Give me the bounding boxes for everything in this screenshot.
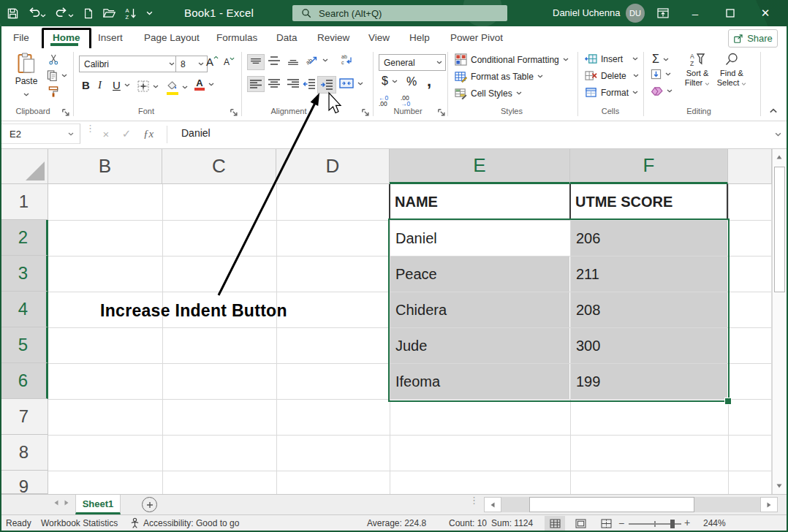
row-header-3[interactable]: 3	[0, 256, 48, 292]
search-input[interactable]: Search (Alt+Q)	[292, 5, 507, 21]
decrease-indent-button[interactable]	[303, 78, 316, 93]
share-button[interactable]: Share	[728, 29, 778, 48]
tab-data[interactable]: Data	[273, 26, 300, 48]
increase-indent-button[interactable]	[317, 76, 336, 94]
align-left-button[interactable]	[247, 76, 265, 92]
bottom-align-button[interactable]	[287, 56, 300, 69]
insert-function-button[interactable]: ƒx	[139, 123, 158, 144]
column-header-partial[interactable]	[728, 149, 772, 184]
wrap-text-button[interactable]	[341, 53, 354, 68]
middle-align-button[interactable]	[268, 56, 281, 69]
row-header-2[interactable]: 2	[0, 220, 48, 256]
tab-scroll-divider[interactable]: ⋮	[469, 498, 479, 503]
tab-file[interactable]: File	[10, 26, 32, 48]
cancel-button[interactable]: ×	[96, 123, 115, 144]
clear-button[interactable]	[651, 86, 673, 96]
delete-cells-button[interactable]: Delete	[585, 70, 639, 81]
avatar[interactable]: DU	[626, 4, 645, 23]
italic-button[interactable]: I	[98, 79, 102, 91]
align-right-button[interactable]	[287, 78, 300, 91]
fill-handle[interactable]	[724, 398, 732, 405]
sort-filter-button[interactable]: Sort &Filter	[681, 53, 713, 88]
fill-color-button[interactable]	[167, 79, 188, 95]
user-name[interactable]: Daniel Uchenna	[553, 7, 621, 18]
column-header-b[interactable]: B	[48, 149, 162, 184]
zoom-in-button[interactable]: +	[684, 517, 690, 528]
scroll-down-icon[interactable]	[776, 484, 782, 488]
undo-button[interactable]	[28, 7, 46, 20]
orientation-button[interactable]	[306, 54, 328, 66]
formula-input[interactable]: Daniel	[181, 127, 211, 139]
collapse-ribbon-chevron-icon[interactable]	[769, 108, 778, 113]
font-dialog-launcher[interactable]	[230, 108, 238, 117]
increase-font-size-button[interactable]: A	[206, 56, 219, 68]
row-header-1[interactable]: 1	[0, 184, 48, 220]
comma-style-button[interactable]: ,	[427, 72, 431, 91]
select-all-button[interactable]	[0, 149, 48, 184]
format-cells-button[interactable]: Format	[585, 87, 638, 98]
bold-button[interactable]: B	[82, 79, 90, 91]
fill-button[interactable]	[651, 69, 671, 80]
minimize-button[interactable]: –	[683, 0, 708, 26]
name-box[interactable]: E2	[0, 123, 80, 144]
row-header-7[interactable]: 7	[0, 399, 48, 435]
tab-page-layout[interactable]: Page Layout	[141, 26, 202, 48]
cell-e1[interactable]: NAME	[390, 184, 570, 220]
horizontal-scrollbar-thumb[interactable]	[529, 497, 694, 512]
find-select-button[interactable]: Find &Select	[715, 53, 749, 88]
scroll-right-button[interactable]	[760, 497, 778, 512]
format-as-table-button[interactable]: Format as Table	[455, 70, 543, 83]
row-header-8[interactable]: 8	[0, 435, 48, 471]
column-header-f[interactable]: F	[570, 149, 728, 184]
new-file-icon[interactable]	[83, 8, 94, 19]
open-folder-icon[interactable]	[103, 8, 115, 18]
paste-button[interactable]: Paste	[9, 53, 44, 99]
page-layout-view-button[interactable]	[570, 516, 591, 531]
number-format-select[interactable]: General	[379, 54, 446, 71]
redo-button[interactable]	[56, 7, 74, 20]
underline-button[interactable]: U	[113, 79, 130, 91]
insert-cells-button[interactable]: Insert	[585, 53, 638, 64]
column-header-d[interactable]: D	[276, 149, 390, 184]
decrease-font-size-button[interactable]: A	[224, 57, 235, 67]
tab-review[interactable]: Review	[314, 26, 352, 48]
increase-decimal-button[interactable]: ←0.00	[379, 95, 388, 107]
tab-power-pivot[interactable]: Power Pivot	[447, 26, 506, 48]
row-header-5[interactable]: 5	[0, 327, 48, 363]
next-sheet-icon[interactable]	[64, 500, 69, 506]
enter-button[interactable]: ✓	[117, 123, 136, 144]
close-button[interactable]: ✕	[753, 0, 778, 26]
normal-view-button[interactable]	[545, 516, 565, 531]
zoom-out-button[interactable]: −	[618, 517, 624, 529]
new-sheet-button[interactable]	[142, 497, 157, 512]
expand-formula-bar-chevron-icon[interactable]	[775, 132, 781, 137]
column-header-e[interactable]: E	[390, 149, 570, 184]
page-break-view-button[interactable]	[596, 516, 616, 531]
tab-insert[interactable]: Insert	[95, 26, 126, 48]
tab-help[interactable]: Help	[406, 26, 433, 48]
format-painter-button[interactable]	[48, 86, 59, 100]
alignment-dialog-launcher[interactable]	[361, 108, 370, 117]
cut-button[interactable]	[48, 54, 59, 68]
center-button[interactable]	[268, 78, 281, 91]
zoom-slider-thumb[interactable]	[670, 520, 675, 528]
copy-button[interactable]	[47, 70, 67, 81]
prev-sheet-icon[interactable]	[54, 500, 58, 506]
customize-qat-chevron-icon[interactable]	[146, 11, 153, 15]
sort-az-icon[interactable]	[125, 7, 137, 19]
conditional-formatting-button[interactable]: Conditional Formatting	[455, 53, 569, 66]
clipboard-dialog-launcher[interactable]	[61, 108, 70, 117]
scroll-left-button[interactable]	[484, 497, 501, 512]
merge-center-button[interactable]	[339, 78, 363, 88]
number-dialog-launcher[interactable]	[437, 108, 446, 117]
row-header-6[interactable]: 6	[0, 363, 48, 399]
accessibility-status[interactable]: Accessibility: Good to go	[143, 518, 239, 528]
save-icon[interactable]	[7, 8, 18, 19]
tab-view[interactable]: View	[365, 26, 393, 48]
sheet-tab-sheet1[interactable]: Sheet1	[75, 495, 121, 514]
maximize-button[interactable]	[718, 0, 743, 26]
scroll-up-icon[interactable]	[776, 155, 782, 159]
font-color-button[interactable]: A	[194, 78, 214, 91]
ribbon-display-options-button[interactable]	[651, 0, 675, 26]
vertical-scrollbar-thumb[interactable]	[774, 167, 785, 292]
